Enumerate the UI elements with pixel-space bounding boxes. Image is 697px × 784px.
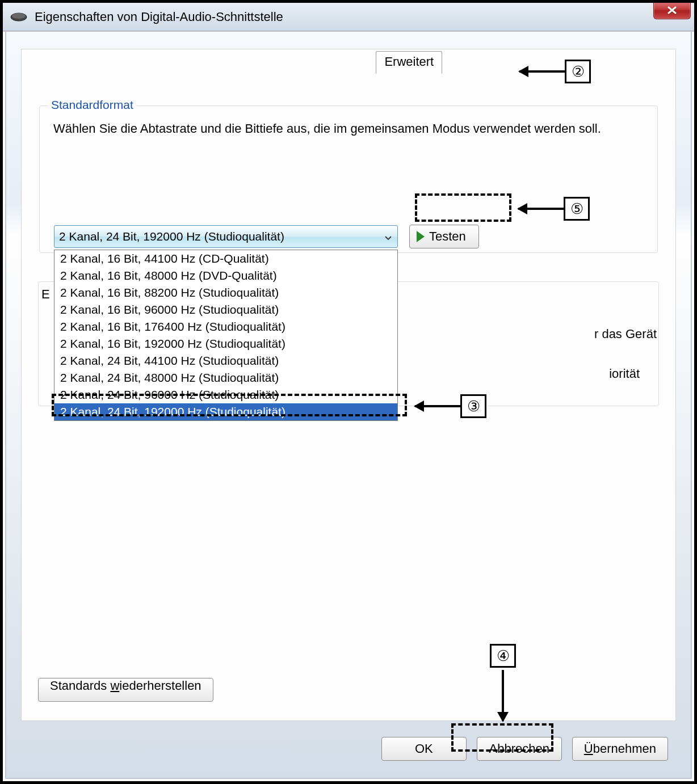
dropdown-option[interactable]: 2 Kanal, 16 Bit, 88200 Hz (Studioqualitä…	[54, 284, 397, 301]
format-combobox[interactable]: 2 Kanal, 24 Bit, 192000 Hz (Studioqualit…	[54, 225, 398, 248]
close-button[interactable]	[653, 1, 691, 19]
callout-4: ④	[490, 644, 516, 721]
callout-5-number: ⑤	[564, 197, 590, 221]
play-icon	[417, 231, 425, 242]
obscured-legend-e: E	[41, 287, 50, 302]
footer-buttons: OK Abbrechen Übernehmen	[381, 737, 668, 761]
test-button[interactable]: Testen	[409, 225, 479, 248]
test-button-label: Testen	[429, 229, 466, 244]
dropdown-option[interactable]: 2 Kanal, 16 Bit, 48000 Hz (DVD-Qualität)	[54, 267, 397, 284]
group-legend: Standardformat	[48, 98, 137, 112]
group-description: Wählen Sie die Abtastrate und die Bittie…	[53, 120, 644, 138]
ok-button[interactable]: OK	[381, 737, 467, 761]
svg-point-1	[12, 13, 26, 19]
chevron-down-icon	[385, 230, 392, 243]
callout-3-number: ③	[460, 394, 486, 418]
combo-row: 2 Kanal, 24 Bit, 192000 Hz (Studioqualit…	[54, 225, 657, 248]
restore-defaults-button[interactable]: Standards wiederherstellen	[38, 678, 213, 702]
apply-button[interactable]: Übernehmen	[572, 737, 668, 761]
audio-device-icon	[10, 11, 28, 23]
callout-3: ③	[415, 394, 486, 418]
window-title: Eigenschaften von Digital-Audio-Schnitts…	[35, 10, 283, 24]
callout-2-number: ②	[565, 60, 591, 83]
inner-frame: Allgemein Unterstützte Formate Pegel Erw…	[5, 32, 692, 779]
dropdown-option[interactable]: 2 Kanal, 24 Bit, 48000 Hz (Studioqualitä…	[54, 369, 397, 386]
dropdown-option-selected[interactable]: 2 Kanal, 24 Bit, 192000 Hz (Studioqualit…	[54, 403, 397, 420]
callout-2: ②	[519, 60, 591, 83]
dropdown-option[interactable]: 2 Kanal, 24 Bit, 44100 Hz (Studioqualitä…	[54, 352, 397, 369]
dropdown-option[interactable]: 2 Kanal, 16 Bit, 192000 Hz (Studioqualit…	[54, 335, 397, 352]
cancel-button[interactable]: Abbrechen	[477, 737, 562, 761]
callout-5: ⑤	[518, 197, 590, 221]
titlebar: Eigenschaften von Digital-Audio-Schnitts…	[3, 3, 694, 31]
obscured-text-1: r das Gerät	[594, 327, 657, 342]
dropdown-option[interactable]: 2 Kanal, 16 Bit, 96000 Hz (Studioqualitä…	[54, 301, 397, 318]
obscured-text-2: iorität	[609, 366, 640, 381]
combobox-value: 2 Kanal, 24 Bit, 192000 Hz (Studioqualit…	[59, 230, 284, 243]
dialog-body: Allgemein Unterstützte Formate Pegel Erw…	[3, 31, 694, 781]
dropdown-option[interactable]: 2 Kanal, 24 Bit, 96000 Hz (Studioqualitä…	[54, 386, 397, 403]
dropdown-option[interactable]: 2 Kanal, 16 Bit, 44100 Hz (CD-Qualität)	[54, 250, 397, 267]
tab-erweitert[interactable]: Erweitert	[376, 51, 442, 74]
dropdown-option[interactable]: 2 Kanal, 16 Bit, 176400 Hz (Studioqualit…	[54, 318, 397, 335]
format-dropdown-list[interactable]: 2 Kanal, 16 Bit, 44100 Hz (CD-Qualität) …	[54, 250, 398, 421]
callout-4-number: ④	[490, 644, 516, 668]
